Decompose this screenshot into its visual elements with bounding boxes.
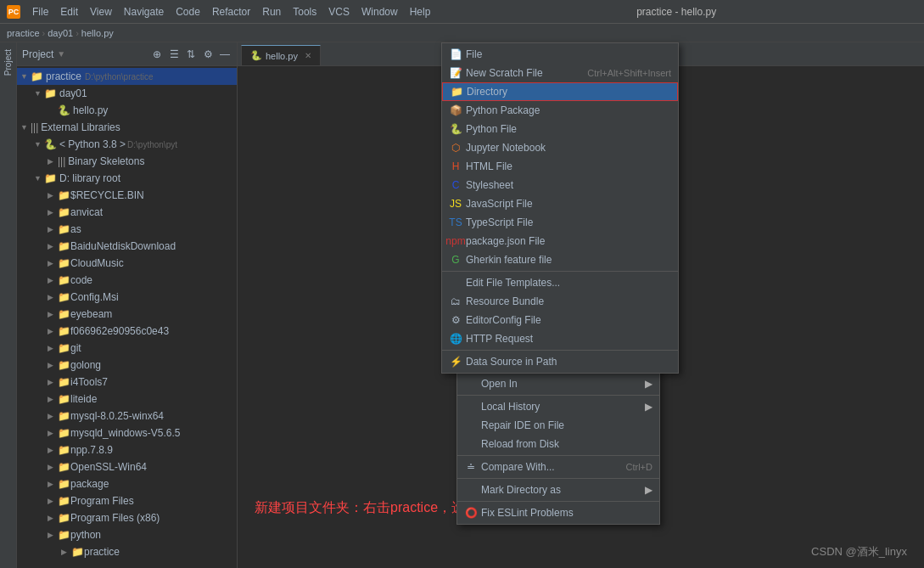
list-item[interactable]: ▶📁CloudMusic (17, 255, 237, 272)
tree-label: as (70, 223, 81, 235)
menu-code[interactable]: Code (171, 4, 205, 20)
folder-icon: 📁 (58, 359, 70, 371)
submenu-item-editorconfig[interactable]: ⚙ EditorConfig File (442, 311, 678, 329)
list-item[interactable]: ▶📁Program Files (x86) (17, 509, 237, 526)
menu-navigate[interactable]: Navigate (119, 4, 169, 20)
menu-item-reload-disk[interactable]: Reload from Disk (457, 435, 659, 453)
submenu-item-edit-templates[interactable]: Edit File Templates... (442, 273, 678, 292)
tree-label: BaiduNetdiskDownload (70, 240, 176, 252)
tree-item-binary-skeletons[interactable]: ▶ ||| Binary Skeletons (17, 153, 237, 170)
breadcrumb-sep-2: › (76, 28, 79, 38)
menu-run[interactable]: Run (257, 4, 286, 20)
list-item[interactable]: ▶📁BaiduNetdiskDownload (17, 238, 237, 255)
submenu-item-scratch[interactable]: 📝 New Scratch File Ctrl+Alt+Shift+Insert (442, 64, 678, 82)
list-item[interactable]: ▶📁python (17, 526, 237, 543)
list-item[interactable]: ▶📁Config.Msi (17, 289, 237, 306)
list-item[interactable]: ▶📁practice (17, 543, 237, 560)
tree-label: practice (46, 70, 81, 82)
menu-vcs[interactable]: VCS (323, 4, 355, 20)
menu-edit[interactable]: Edit (55, 4, 83, 20)
folder-icon: 📁 (58, 189, 70, 201)
list-item[interactable]: ▶📁npp.7.8.9 (17, 441, 237, 458)
menu-help[interactable]: Help (405, 4, 436, 20)
dropdown-icon[interactable]: ▼ (57, 49, 65, 59)
menu-tools[interactable]: Tools (288, 4, 322, 20)
menu-view[interactable]: View (85, 4, 117, 20)
menu-item-local-history[interactable]: Local History ▶ (457, 397, 659, 416)
breadcrumb-item-hello[interactable]: hello.py (81, 28, 114, 38)
menu-item-fix-eslint[interactable]: ⭕ Fix ESLint Problems (457, 503, 659, 522)
submenu-item-gherkin[interactable]: G Gherkin feature file (442, 250, 678, 269)
submenu-item-directory[interactable]: 📁 Directory (442, 82, 678, 101)
tree-label: liteide (70, 393, 97, 405)
submenu-item-html[interactable]: H HTML File (442, 157, 678, 176)
tree-item-day01[interactable]: ▼ 📁 day01 (17, 85, 237, 102)
panel-collapse-icon[interactable]: ☰ (167, 48, 181, 61)
list-item[interactable]: ▶📁i4Tools7 (17, 374, 237, 391)
submenu-item-label: Stylesheet (466, 179, 513, 191)
list-item[interactable]: ▶📁git (17, 340, 237, 357)
tree-item-d-root[interactable]: ▼ 📁 D: library root (17, 170, 237, 187)
list-item[interactable]: ▶📁code (17, 272, 237, 289)
menu-window[interactable]: Window (356, 4, 403, 20)
list-item[interactable]: ▶📁mysqld_windows-V5.6.5 (17, 425, 237, 441)
menu-refactor[interactable]: Refactor (207, 4, 255, 20)
list-item[interactable]: ▶📁as (17, 221, 237, 238)
list-item[interactable]: ▶📁liteide (17, 391, 237, 408)
tree-label: mysqld_windows-V5.6.5 (70, 427, 180, 439)
list-item[interactable]: ▶📁f066962e90956c0e43 (17, 323, 237, 340)
tree-label: package (70, 478, 109, 490)
panel-settings-icon[interactable]: ⚙ (201, 48, 215, 61)
list-item[interactable]: ▶📁Program Files (17, 492, 237, 509)
submenu-item-http-request[interactable]: 🌐 HTTP Request (442, 329, 678, 348)
submenu-item-resource-bundle[interactable]: 🗂 Resource Bundle (442, 292, 678, 311)
folder-icon: 📁 (58, 223, 70, 235)
list-item[interactable]: ▶📁anvicat (17, 204, 237, 221)
panel-add-icon[interactable]: ⊕ (150, 48, 164, 61)
menu-item-mark-directory[interactable]: Mark Directory as ▶ (457, 481, 659, 499)
submenu-item-ts[interactable]: TS TypeScript File (442, 213, 678, 232)
submenu-item-datasource[interactable]: ⚡ Data Source in Path (442, 352, 678, 371)
tree-item-practice-root[interactable]: ▼ 📁 practice D:\python\practice (17, 68, 237, 85)
tree-label: practice (84, 546, 120, 558)
submenu-item-jupyter[interactable]: ⬡ Jupyter Notebook (442, 138, 678, 157)
submenu-item-python-package[interactable]: 📦 Python Package (442, 101, 678, 120)
tab-hello-py[interactable]: 🐍 hello.py ✕ (241, 45, 321, 65)
submenu-item-js[interactable]: JS JavaScript File (442, 194, 678, 213)
menu-item-repair-ide[interactable]: Repair IDE on File (457, 416, 659, 435)
sidebar-strip: Project (0, 42, 17, 568)
list-item[interactable]: ▶📁eyebeam (17, 306, 237, 323)
folder-icon: 📁 (58, 342, 70, 354)
ts-icon: TS (449, 217, 462, 228)
panel-hide-icon[interactable]: — (218, 48, 232, 61)
menu-file[interactable]: File (27, 4, 53, 20)
submenu-item-stylesheet[interactable]: C Stylesheet (442, 176, 678, 194)
project-panel-title: Project (22, 48, 53, 60)
panel-expand-icon[interactable]: ⇅ (184, 48, 198, 61)
submenu-item-label: Python Package (466, 104, 540, 116)
submenu-item-label: Data Source in Path (466, 356, 557, 368)
tree-item-ext-libs[interactable]: ▼ ||| External Libraries (17, 119, 237, 136)
window-title: practice - hello.py (435, 6, 917, 18)
watermark-text: CSDN @酒米_linyx (811, 544, 907, 560)
folder-icon: 📁 (44, 172, 57, 184)
submenu-item-file[interactable]: 📄 File (442, 45, 678, 64)
breadcrumb-item-practice[interactable]: practice (7, 28, 40, 38)
list-item[interactable]: ▶📁golong (17, 357, 237, 374)
sidebar-project-label[interactable]: Project (2, 46, 14, 79)
list-item[interactable]: ▶📁package (17, 475, 237, 492)
list-item[interactable]: ▶📁mysql-8.0.25-winx64 (17, 408, 237, 425)
tab-close-icon[interactable]: ✕ (305, 51, 311, 60)
file-icon: 📄 (449, 48, 462, 60)
breadcrumb-item-day01[interactable]: day01 (48, 28, 73, 38)
tree-item-python38[interactable]: ▼ 🐍 < Python 3.8 > D:\python\pyt (17, 136, 237, 153)
submenu-item-package-json[interactable]: npm package.json File (442, 232, 678, 250)
menu-item-label: Repair IDE on File (481, 419, 564, 431)
menu-item-open-in[interactable]: Open In ▶ (457, 374, 659, 393)
folder-icon: 📁 (58, 478, 70, 490)
menu-item-compare-with[interactable]: ≐ Compare With... Ctrl+D (457, 458, 659, 476)
list-item[interactable]: ▶📁OpenSSL-Win64 (17, 458, 237, 475)
submenu-item-python-file[interactable]: 🐍 Python File (442, 120, 678, 138)
list-item[interactable]: ▶📁$RECYCLE.BIN (17, 187, 237, 204)
tree-item-hello-py[interactable]: 🐍 hello.py (17, 102, 237, 119)
